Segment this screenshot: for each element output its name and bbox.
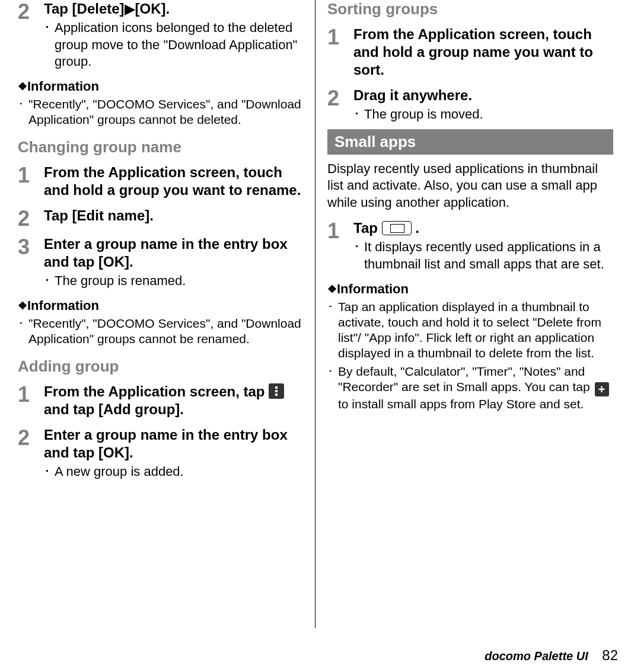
step-body: From the Application screen, touch and h… [353,25,613,81]
step-body: Enter a group name in the entry box and … [44,235,303,290]
step-title-post: [OK]. [135,1,170,17]
step-detail: A new group is added. [44,463,303,481]
step-small-1: 1 Tap . It displays recently used applic… [327,219,613,273]
plus-icon: + [595,382,609,396]
subheading-adding-group: Adding group [18,357,303,376]
step-number: 2 [18,207,44,229]
right-column: Sorting groups 1 From the Application sc… [316,0,625,628]
information-heading: ❖Information [327,281,613,297]
step-detail: It displays recently used applications i… [353,239,613,273]
footer-title: docomo Palette UI [485,649,588,663]
step-number: 1 [327,219,353,242]
step-title: Tap . [353,219,613,237]
step-detail: Application icons belonged to the delete… [44,20,303,71]
step-add-2: 2 Enter a group name in the entry box an… [18,426,303,481]
step-detail: The group is moved. [353,106,613,123]
page: 2 Tap [Delete]▶[OK]. Application icons b… [0,0,631,628]
step-title: Tap [Delete]▶[OK]. [44,0,303,18]
step-body: Tap . It displays recently used applicat… [353,219,613,273]
step-body: Tap [Edit name]. [44,207,303,226]
step-body: From the Application screen, tap and tap… [44,383,303,420]
information-label: Information [27,298,99,313]
step-sort-2: 2 Drag it anywhere. The group is moved. [327,87,613,123]
information-block: ❖Information "Recently", "DOCOMO Service… [18,79,303,128]
step-title-pre: Tap [353,220,382,236]
menu-icon [269,383,284,399]
step-number: 1 [327,25,353,48]
information-heading: ❖Information [18,298,303,313]
diamond-icon: ❖ [18,80,27,93]
step-title: From the Application screen, touch and h… [353,25,613,79]
information-label: Information [27,79,99,94]
arrow-icon: ▶ [125,1,135,17]
step-number: 2 [18,426,44,449]
step-body: Tap [Delete]▶[OK]. Application icons bel… [44,0,303,71]
information-heading: ❖Information [18,79,303,94]
step-title: Enter a group name in the entry box and … [44,426,303,462]
step-change-3: 3 Enter a group name in the entry box an… [18,235,303,290]
information-item: Tap an application displayed in a thumbn… [327,299,613,361]
info-item-text-a: By default, "Calculator", "Timer", "Note… [338,364,594,393]
information-item: "Recently", "DOCOMO Services", and "Down… [18,316,303,347]
step-add-1: 1 From the Application screen, tap and t… [18,383,303,420]
step-title: From the Application screen, touch and h… [44,164,303,199]
information-block: ❖Information "Recently", "DOCOMO Service… [18,298,303,347]
step-title-pre: Tap [Delete] [44,1,125,17]
diamond-icon: ❖ [18,299,27,312]
step-body: From the Application screen, touch and h… [44,164,303,201]
subheading-changing-group-name: Changing group name [18,138,303,156]
step-sort-1: 1 From the Application screen, touch and… [327,25,613,81]
info-item-text-b: to install small apps from Play Store an… [338,397,584,411]
step-title: Tap [Edit name]. [44,207,303,225]
step-number: 1 [18,164,44,186]
information-item: "Recently", "DOCOMO Services", and "Down… [18,97,303,128]
step-detail: The group is renamed. [44,273,303,290]
step-body: Enter a group name in the entry box and … [44,426,303,481]
step-title: Drag it anywhere. [353,87,613,104]
step-change-2: 2 Tap [Edit name]. [18,207,303,229]
left-column: 2 Tap [Delete]▶[OK]. Application icons b… [6,0,316,628]
step-title-pre: From the Application screen, tap [44,383,269,399]
step-change-1: 1 From the Application screen, touch and… [18,164,303,201]
step-title: Enter a group name in the entry box and … [44,235,303,271]
step-body: Drag it anywhere. The group is moved. [353,87,613,123]
step-title-post: . [415,220,419,236]
step-number: 3 [18,235,44,258]
step-number: 2 [327,87,353,109]
step-title-post: and tap [Add group]. [44,401,184,417]
diamond-icon: ❖ [327,283,337,296]
recent-apps-icon [382,221,412,235]
information-label: Information [337,281,409,296]
information-block: ❖Information Tap an application displaye… [327,281,613,412]
information-item: By default, "Calculator", "Timer", "Note… [327,364,613,412]
page-number: 82 [602,647,618,663]
step-number: 2 [18,0,44,23]
small-apps-intro: Display recently used applications in th… [327,161,613,212]
step-number: 1 [18,383,44,405]
step-delete-ok: 2 Tap [Delete]▶[OK]. Application icons b… [18,0,303,71]
footer: docomo Palette UI 82 [485,647,618,664]
subheading-sorting-groups: Sorting groups [327,0,613,18]
section-small-apps: Small apps [327,129,613,155]
step-title: From the Application screen, tap and tap… [44,383,303,418]
